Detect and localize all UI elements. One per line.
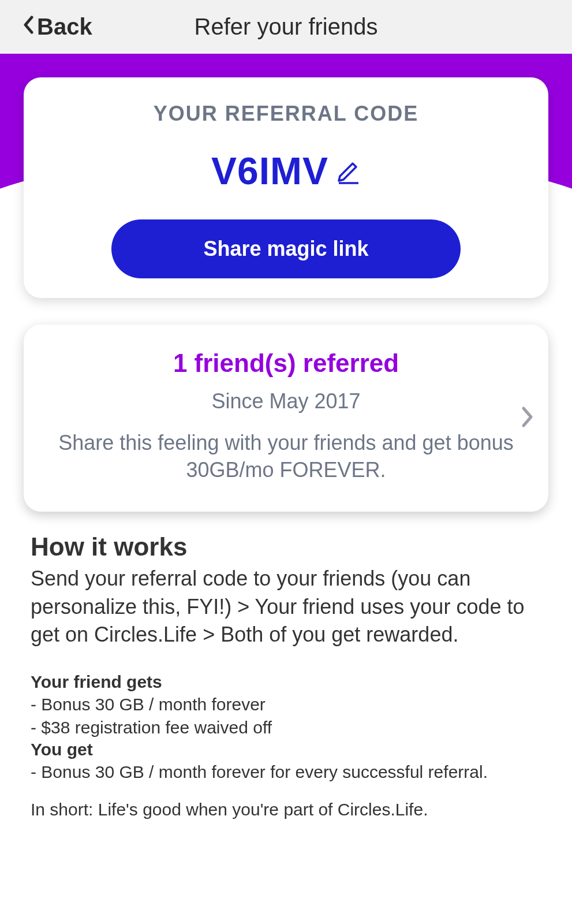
chevron-right-icon [521, 405, 534, 431]
back-button[interactable]: Back [23, 14, 92, 40]
friend-benefit-line: - Bonus 30 GB / month forever [31, 693, 541, 717]
page-title: Refer your friends [195, 14, 378, 40]
referral-code-row: V6IMV [47, 149, 525, 193]
share-magic-link-button[interactable]: Share magic link [111, 219, 461, 278]
edit-icon[interactable] [337, 158, 361, 184]
back-label: Back [37, 14, 92, 40]
referral-code-label: YOUR REFERRAL CODE [47, 102, 525, 126]
friend-benefit-line: - $38 registration fee waived off [31, 716, 541, 740]
you-get-heading: You get [31, 740, 541, 759]
you-benefit-line: - Bonus 30 GB / month forever for every … [31, 761, 541, 784]
referral-since-date: Since May 2017 [53, 389, 519, 413]
summary-line: In short: Life's good when you're part o… [31, 800, 541, 819]
friend-gets-heading: Your friend gets [31, 672, 541, 692]
how-it-works-description: Send your referral code to your friends … [31, 565, 541, 649]
chevron-left-icon [23, 14, 33, 39]
friends-referred-count: 1 friend(s) referred [53, 349, 519, 378]
referral-card: YOUR REFERRAL CODE V6IMV Share magic lin… [24, 77, 548, 298]
referral-stats-description: Share this feeling with your friends and… [53, 430, 519, 484]
header-bar: Back Refer your friends [0, 0, 572, 54]
how-it-works-title: How it works [31, 532, 541, 561]
referral-stats-card[interactable]: 1 friend(s) referred Since May 2017 Shar… [24, 325, 548, 512]
referral-code-value: V6IMV [211, 149, 328, 193]
how-it-works-section: How it works Send your referral code to … [31, 532, 541, 819]
